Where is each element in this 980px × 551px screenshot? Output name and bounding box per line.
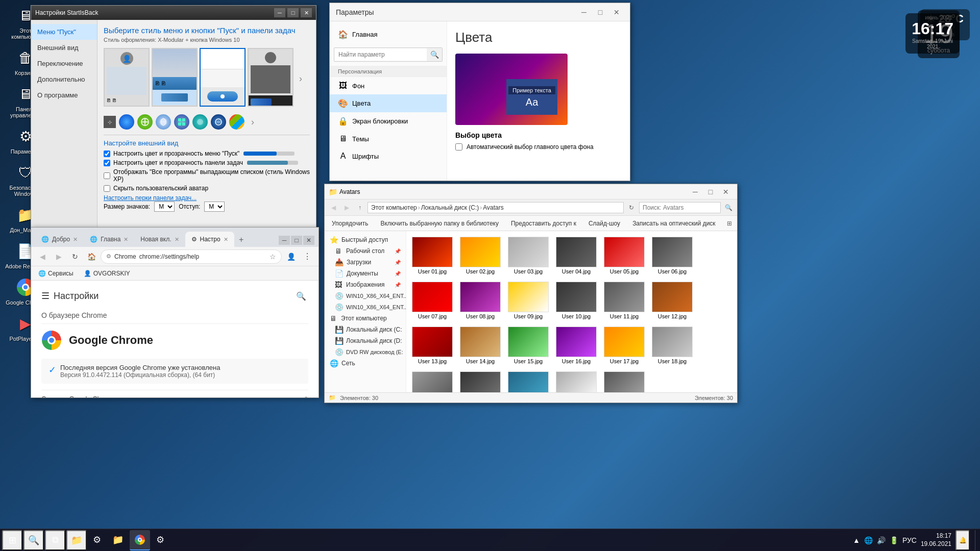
icon-scroll-right[interactable]: › [248, 117, 258, 128]
taskbar-task-settings[interactable]: ⚙ [88, 530, 106, 550]
sidebar-win10-2[interactable]: 💿 WIN10_X86_X64_ENT... [325, 302, 406, 313]
chrome-tab-4[interactable]: ⚙ Настро ✕ [185, 232, 234, 247]
size-dropdown[interactable]: МSL [154, 202, 175, 212]
chrome-profile-btn[interactable]: 👤 [284, 249, 298, 264]
bookmark-ovgorskiy[interactable]: 👤 OVGORSKIY [81, 269, 133, 278]
params-nav-background[interactable]: 🖼 Фон [330, 77, 447, 94]
explorer-refresh-btn[interactable]: ↻ [626, 202, 637, 213]
icon-select-left[interactable]: ⊹ [104, 116, 116, 128]
chrome-settings-search-btn[interactable]: 🔍 [294, 289, 308, 303]
taskbar-show-desktop[interactable] [975, 530, 978, 550]
startisback-nav-menu[interactable]: Меню "Пуск" [31, 24, 97, 40]
params-search-input[interactable] [334, 49, 427, 60]
lang-tray-label[interactable]: РУС [902, 536, 917, 544]
toolbar-organize-btn[interactable]: Упорядочить [328, 219, 372, 228]
sidebar-documents[interactable]: 📄 Документы 📌 [325, 268, 406, 279]
orb-net[interactable] [211, 114, 226, 130]
tab1-close[interactable]: ✕ [73, 236, 78, 243]
option-checkbox-2[interactable] [104, 160, 110, 166]
option-checkbox-1[interactable] [104, 151, 110, 157]
chrome-tab-1[interactable]: 🌐 Добро ✕ [35, 232, 84, 247]
file-item[interactable]: User 05.jpg [601, 234, 647, 277]
sidebar-disk-c[interactable]: 💾 Локальный диск (C: [325, 324, 406, 335]
taskbar-perks-link[interactable]: Настроить перки панели задач... [104, 194, 197, 202]
network-tray-icon[interactable]: 🌐 [864, 536, 873, 544]
file-item[interactable]: User 18.jpg [649, 324, 695, 367]
file-item[interactable]: User 12.jpg [649, 279, 695, 322]
tab2-close[interactable]: ✕ [124, 236, 128, 243]
file-item[interactable]: User 06.jpg [649, 234, 695, 277]
toolbar-slideshow-btn[interactable]: Слайд-шоу [584, 219, 624, 228]
bookmark-services[interactable]: 🌐 Сервисы [35, 269, 77, 278]
file-item[interactable]: User 14.jpg [457, 324, 503, 367]
chrome-more-btn[interactable]: ⋮ [300, 249, 314, 264]
explorer-close-btn[interactable]: ✕ [719, 186, 733, 198]
sidebar-win10-1[interactable]: 💿 WIN10_X86_X64_ENT... [325, 290, 406, 302]
file-item[interactable]: User 19.jpg [409, 369, 455, 392]
toolbar-share-btn[interactable]: Предоставить доступ к [507, 219, 580, 228]
chrome-help-link[interactable]: Справка Google Chrome ↗ [41, 390, 308, 397]
params-nav-themes[interactable]: 🖥 Темы [330, 130, 447, 147]
file-item[interactable]: user1.jpg [457, 369, 503, 392]
taskbar-task-folder[interactable]: 📁 [107, 530, 129, 550]
style-thumb-1[interactable]: 👤 🖹🖹 [104, 48, 150, 107]
file-item[interactable]: User 10.jpg [553, 279, 599, 322]
chrome-forward-btn[interactable]: ▶ [52, 249, 66, 264]
file-item[interactable]: User 08.jpg [457, 279, 503, 322]
file-item[interactable]: User 16.jpg [553, 324, 599, 367]
sidebar-quick-access[interactable]: ⭐ Быстрый доступ [325, 234, 406, 245]
explorer-back-btn[interactable]: ◀ [328, 202, 339, 213]
sidebar-network[interactable]: 🌐 Сеть [325, 358, 406, 369]
chrome-close-btn[interactable]: ✕ [303, 236, 314, 245]
params-close-btn[interactable]: ✕ [609, 6, 624, 18]
chrome-back-btn[interactable]: ◀ [35, 249, 50, 264]
sidebar-desktop[interactable]: 🖥 Рабочий стол 📌 [325, 245, 406, 257]
startisback-minimize-btn[interactable]: ─ [274, 8, 285, 17]
explorer-minimize-btn[interactable]: ─ [688, 186, 702, 198]
params-minimize-btn[interactable]: ─ [577, 6, 591, 18]
indent-dropdown[interactable]: МSL [204, 202, 225, 212]
tab3-close[interactable]: ✕ [175, 236, 179, 243]
chrome-tab-2[interactable]: 🌐 Главна ✕ [84, 232, 134, 247]
startisback-nav-appearance[interactable]: Внешний вид [31, 40, 97, 56]
explorer-search-input[interactable] [639, 202, 721, 213]
style-thumb-2[interactable]: 🖹🖹 [152, 48, 198, 107]
file-item[interactable]: User 02.jpg [457, 234, 503, 277]
explorer-forward-btn[interactable]: ▶ [341, 202, 352, 213]
params-search-btn[interactable]: 🔍 [427, 48, 442, 61]
file-item[interactable]: User 03.jpg [505, 234, 551, 277]
params-nav-lockscreen[interactable]: 🔒 Экран блокировки [330, 112, 447, 130]
file-item[interactable]: User 04.jpg [553, 234, 599, 277]
color-auto-checkbox[interactable] [455, 143, 462, 151]
sidebar-dvdrw[interactable]: 💿 DVD RW дисковод (E: [325, 346, 406, 358]
startisback-close-btn[interactable]: ✕ [301, 8, 312, 17]
orb-ms[interactable] [229, 114, 244, 130]
params-nav-fonts[interactable]: A Шрифты [330, 147, 447, 165]
tab4-close[interactable]: ✕ [224, 236, 228, 243]
taskbar-explorer-btn[interactable]: 📁 [66, 530, 87, 550]
bookmark-star[interactable]: ☆ [270, 253, 276, 261]
orb-green[interactable] [137, 114, 153, 130]
address-bar[interactable]: Этот компьютер › Локальный диск (C:) › A… [368, 202, 624, 213]
thumb-scroll-right[interactable]: › [296, 48, 306, 109]
sidebar-downloads[interactable]: 📥 Загрузки 📌 [325, 257, 406, 268]
file-item[interactable]: User 11.jpg [601, 279, 647, 322]
file-item[interactable]: User 13.jpg [409, 324, 455, 367]
chrome-new-tab-btn[interactable]: + [234, 233, 249, 247]
volume-tray-icon[interactable]: 🔊 [877, 536, 886, 544]
explorer-search-btn[interactable]: 🔍 [723, 202, 734, 213]
params-nav-home[interactable]: 🏠 Главная [330, 26, 447, 43]
params-nav-colors[interactable]: 🎨 Цвета [330, 94, 447, 112]
taskbar-clock[interactable]: 18:17 19.06.2021 [921, 532, 951, 548]
tray-expand-icon[interactable]: ▲ [853, 536, 860, 544]
file-item[interactable]: User 17.jpg [601, 324, 647, 367]
startisback-nav-switch[interactable]: Переключение [31, 56, 97, 71]
startisback-nav-advanced[interactable]: Дополнительно [31, 71, 97, 87]
option-checkbox-4[interactable] [104, 185, 110, 192]
sidebar-this-pc[interactable]: 🖥 Этот компьютер [325, 313, 406, 324]
orb-blue[interactable] [119, 114, 134, 130]
taskbar-task-chrome-browser[interactable] [130, 530, 150, 550]
file-item[interactable]: user4.jpg [601, 369, 647, 392]
chrome-home-btn[interactable]: 🏠 [84, 249, 99, 264]
params-maximize-btn[interactable]: □ [593, 6, 607, 18]
